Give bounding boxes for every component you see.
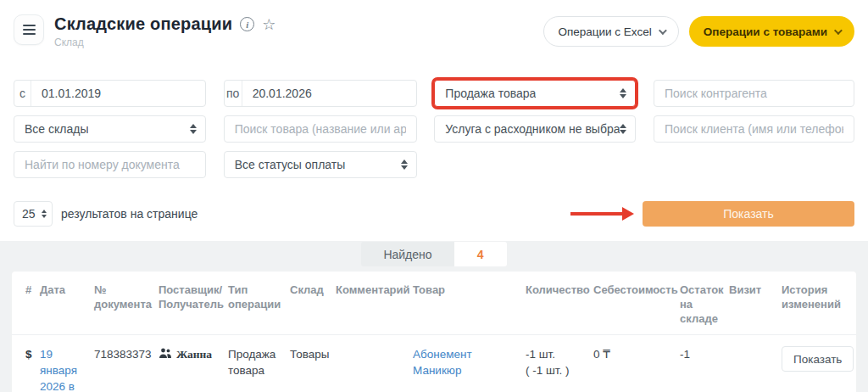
warehouse-cell: Товары bbox=[290, 348, 329, 361]
filters-panel: с по Продажа товара Все склады Услуга с … bbox=[0, 64, 868, 227]
per-page-select[interactable]: 25 bbox=[14, 201, 53, 227]
select-updown-icon bbox=[42, 210, 47, 218]
operation-date-link[interactable]: 19 января 2026 в 15:20 bbox=[40, 348, 77, 392]
history-show-button[interactable]: Показать bbox=[782, 346, 854, 372]
date-to-field: по bbox=[224, 80, 417, 107]
per-page-label: результатов на странице bbox=[61, 207, 198, 221]
found-bar: Найдено 4 bbox=[0, 241, 868, 266]
counterparty-search-input[interactable] bbox=[654, 80, 854, 107]
col-header-date: Дата bbox=[40, 272, 94, 335]
found-label: Найдено bbox=[361, 242, 453, 266]
col-header-partner: Поставщик/ Получатель bbox=[159, 272, 228, 335]
page-title: Складские операции bbox=[54, 14, 232, 34]
table-row: $ 19 января 2026 в 15:20 718383373 Жанна bbox=[12, 335, 856, 392]
goods-operations-button[interactable]: Операции с товарами bbox=[689, 16, 854, 47]
operations-table: # Дата № документа Поставщик/ Получатель… bbox=[12, 272, 856, 392]
operation-type-cell: Продажа товара bbox=[228, 348, 275, 377]
col-header-number: # bbox=[12, 272, 40, 335]
show-results-button[interactable]: Показать bbox=[643, 201, 854, 227]
results-section: Найдено 4 # Дата № документа Поставщи bbox=[0, 241, 868, 392]
quantity-extra: ( -1 шт. ) bbox=[526, 362, 587, 378]
stock-remainder-value: -1 bbox=[680, 348, 690, 361]
chevron-down-icon bbox=[659, 26, 667, 35]
chevron-down-icon bbox=[834, 26, 843, 35]
title-block: Складские операции i ☆ Склад bbox=[54, 14, 275, 48]
found-count-badge: 4 bbox=[454, 242, 507, 266]
operation-type-select[interactable]: Продажа товара bbox=[434, 80, 636, 107]
found-tab: Найдено 4 bbox=[361, 242, 506, 266]
col-header-warehouse: Склад bbox=[290, 272, 336, 335]
payment-status-select[interactable]: Все статусы оплаты bbox=[224, 151, 417, 178]
service-consumable-select[interactable]: Услуга с расходником не выбрана bbox=[434, 115, 636, 143]
col-header-doc-number: № документа bbox=[94, 272, 159, 335]
filters-footer: 25 результатов на странице Показать bbox=[14, 201, 854, 227]
date-to-label: по bbox=[225, 81, 242, 106]
client-search-input[interactable] bbox=[654, 115, 854, 143]
select-updown-icon bbox=[620, 88, 626, 98]
document-number-input[interactable] bbox=[14, 151, 206, 178]
info-icon[interactable]: i bbox=[240, 17, 254, 31]
product-search-input[interactable] bbox=[224, 115, 417, 143]
date-from-label: с bbox=[14, 81, 31, 106]
goods-operations-label: Операции с товарами bbox=[704, 25, 827, 38]
payment-status-value: Все статусы оплаты bbox=[235, 158, 346, 171]
col-header-history: История изменений bbox=[782, 272, 856, 335]
star-icon[interactable]: ☆ bbox=[262, 17, 275, 32]
warehouse-operations-page: Складские операции i ☆ Склад Операции с … bbox=[0, 0, 868, 392]
operation-type-value: Продажа товара bbox=[445, 87, 536, 100]
per-page-value: 25 bbox=[22, 207, 36, 221]
select-updown-icon bbox=[401, 160, 408, 170]
doc-number-value: 718383373 bbox=[94, 348, 152, 361]
quantity-value: -1 шт. bbox=[526, 346, 587, 362]
hamburger-menu-icon[interactable] bbox=[14, 14, 44, 45]
col-header-quantity: Количество bbox=[526, 272, 593, 335]
col-header-cost: Себестоимость bbox=[593, 272, 680, 335]
operations-table-card: # Дата № документа Поставщик/ Получатель… bbox=[12, 272, 856, 392]
date-from-input[interactable] bbox=[31, 81, 205, 106]
col-header-visit: Визит bbox=[729, 272, 782, 335]
service-consumable-value: Услуга с расходником не выбрана bbox=[445, 122, 620, 136]
page-header: Складские операции i ☆ Склад Операции с … bbox=[0, 0, 868, 64]
warehouse-value: Все склады bbox=[25, 122, 88, 136]
select-updown-icon bbox=[620, 124, 626, 134]
annotation-arrow-icon bbox=[570, 212, 623, 216]
table-header-row: # Дата № документа Поставщик/ Получатель… bbox=[12, 272, 856, 335]
money-icon: $ bbox=[25, 348, 32, 361]
excel-operations-button[interactable]: Операции с Excel bbox=[543, 16, 678, 47]
col-header-product: Товар bbox=[413, 272, 526, 335]
breadcrumb: Склад bbox=[54, 36, 275, 48]
col-header-operation-type: Тип операции bbox=[228, 272, 290, 335]
header-actions: Операции с Excel Операции с товарами bbox=[543, 14, 854, 47]
col-header-comment: Комментарий bbox=[336, 272, 413, 335]
product-link[interactable]: Абонемент Маникюр bbox=[413, 348, 472, 377]
cost-value: 0 ₸ bbox=[593, 348, 610, 361]
date-from-field: с bbox=[14, 80, 206, 107]
col-header-stock: Остаток на складе bbox=[680, 272, 729, 335]
warehouse-select[interactable]: Все склады bbox=[14, 115, 206, 143]
per-page-group: 25 результатов на странице bbox=[14, 201, 198, 227]
date-to-input[interactable] bbox=[242, 81, 416, 106]
select-updown-icon bbox=[190, 124, 197, 134]
people-icon bbox=[159, 346, 172, 359]
partner-name: Жанна bbox=[176, 346, 212, 362]
excel-operations-label: Операции с Excel bbox=[558, 25, 651, 38]
